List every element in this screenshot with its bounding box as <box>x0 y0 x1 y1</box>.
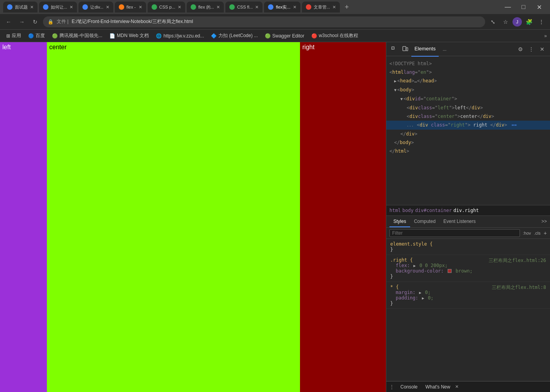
style-rule-star: * { 三栏布局之flex.html:8 margin: ▶ 0; paddin… <box>386 282 550 309</box>
tab-3[interactable]: 让div... ✕ <box>79 2 113 12</box>
tab-event-listeners[interactable]: Event Listeners <box>439 216 480 227</box>
tree-line-body[interactable]: ▼ <body> <box>386 86 550 94</box>
tree-line-center[interactable]: <div class="center"> center </div> <box>386 112 550 121</box>
globe-icon: 🌐 <box>156 33 162 39</box>
new-tab-button[interactable]: + <box>341 2 352 12</box>
tab-close-5[interactable]: ✕ <box>178 5 181 10</box>
tab-styles[interactable]: Styles <box>389 216 410 227</box>
forward-button[interactable]: → <box>16 16 27 27</box>
tab-close-4[interactable]: ✕ <box>139 5 142 10</box>
left-text: left <box>2 44 11 50</box>
tencent-icon: 🟢 <box>52 33 58 39</box>
tab-5[interactable]: CSS p... ✕ <box>148 2 185 12</box>
bc-right[interactable]: div.right <box>454 208 479 213</box>
tab-computed[interactable]: Computed <box>410 216 439 227</box>
more-menu-icon[interactable]: ⋮ <box>536 16 547 27</box>
tab-close-2[interactable]: ✕ <box>70 5 73 10</box>
tab-4[interactable]: flex - ✕ <box>115 2 146 12</box>
inspect-element-icon[interactable] <box>389 45 399 54</box>
tab-close-7[interactable]: ✕ <box>255 5 259 10</box>
bookmarks-more-icon[interactable]: » <box>544 33 547 39</box>
head-toggle[interactable]: ▶ <box>394 77 396 85</box>
tab-close-1[interactable]: ✕ <box>30 5 34 10</box>
tab-close-3[interactable]: ✕ <box>106 5 109 10</box>
tab-2[interactable]: 如何让... ✕ <box>39 2 77 12</box>
tree-line-html[interactable]: <html lang="en" > <box>386 68 550 77</box>
tab-1[interactable]: 面试题 ✕ <box>3 2 38 12</box>
right-text: right <box>302 44 314 50</box>
bc-body[interactable]: body <box>402 208 414 213</box>
bookmark-w3school[interactable]: 🔴 w3school 在线教程 <box>308 32 361 40</box>
bookmark-jw[interactable]: 🌐 https://jw.v.zzu.ed... <box>153 32 207 39</box>
rule-star-source[interactable]: 三栏布局之flex.html:8 <box>492 284 546 291</box>
url-prefix: 文件 | <box>57 18 68 25</box>
elements-tab[interactable]: Elements <box>411 42 439 57</box>
devtools-close-icon[interactable]: ✕ <box>538 45 547 54</box>
reload-button[interactable]: ↻ <box>30 16 41 27</box>
filter-hov-button[interactable]: :hov <box>523 231 531 235</box>
add-style-rule-button[interactable]: + <box>544 230 547 236</box>
tab-close-8[interactable]: ✕ <box>293 5 296 10</box>
devtools-more-tabs[interactable]: ... <box>440 46 449 52</box>
minimize-button[interactable]: — <box>500 0 516 14</box>
tab-close-6[interactable]: ✕ <box>216 5 220 10</box>
tree-line-container[interactable]: ▼ <div id="container"> <box>386 94 550 103</box>
more-style-tabs[interactable]: >> <box>541 219 547 224</box>
console-tab[interactable]: Console <box>397 381 421 392</box>
bc-container[interactable]: div#container <box>415 208 452 213</box>
maximize-button[interactable]: □ <box>516 0 531 14</box>
bookmark-label-leetcode: 力扣 (LeetCode) ... <box>218 32 258 39</box>
style-rule-right: .right { 三栏布局之flex.html:26 flex: ▶ 0 0 2… <box>386 255 550 282</box>
back-button[interactable]: ← <box>3 16 14 27</box>
rule-right-source[interactable]: 三栏布局之flex.html:26 <box>489 257 546 264</box>
bookmark-swagger[interactable]: 🟢 Swagger Editor <box>262 32 307 39</box>
bookmark-star-icon[interactable]: ☆ <box>500 16 511 27</box>
profile-icon[interactable]: J <box>512 17 522 27</box>
whats-new-close[interactable]: ✕ <box>455 384 459 389</box>
svg-rect-0 <box>392 47 394 49</box>
toolbar-right: ⤡ ☆ J 🧩 ⋮ <box>488 16 547 27</box>
flex-expand-arrow[interactable]: ▶ <box>413 264 416 268</box>
bc-html[interactable]: html <box>389 208 401 213</box>
bookmark-tencent[interactable]: 🟢 腾讯视频-中国领先... <box>49 32 105 40</box>
console-menu-icon[interactable]: ⋮ <box>389 384 394 390</box>
color-swatch-brown[interactable] <box>448 269 452 273</box>
translate-icon[interactable]: ⤡ <box>488 16 498 27</box>
bookmark-leetcode[interactable]: 🔷 力扣 (LeetCode) ... <box>208 32 261 40</box>
bookmark-label-w3school: w3school 在线教程 <box>319 32 358 39</box>
tab-label-6: flex 的... <box>198 4 214 10</box>
close-button[interactable]: ✕ <box>531 0 547 14</box>
rule-right-header: .right { 三栏布局之flex.html:26 <box>390 257 546 263</box>
style-filter-input[interactable] <box>389 229 520 237</box>
body-toggle[interactable]: ▼ <box>394 86 396 94</box>
tab-icon-7 <box>229 4 235 10</box>
tab-7[interactable]: CSS fl... ✕ <box>225 2 262 12</box>
bookmarks-bar: ⊞ 应用 🔵 百度 🟢 腾讯视频-中国领先... 📄 MDN Web 文档 🌐 … <box>0 30 550 42</box>
url-bar[interactable]: 🔒 文件 | E:/笔记/Front-End-Interview-Noteboo… <box>43 16 485 27</box>
tree-line-right[interactable]: ... <div class="right"> right </div> == <box>386 121 550 130</box>
devtools-more-menu-icon[interactable]: ⋮ <box>527 45 536 54</box>
rule-right-close: } <box>390 274 546 279</box>
rule-element-close: } <box>390 247 546 252</box>
tab-icon-4 <box>119 4 124 10</box>
tab-label-5: CSS p... <box>159 5 175 9</box>
margin-expand-arrow[interactable]: ▶ <box>419 290 421 295</box>
tree-line-left[interactable]: <div class="left"> left </div> <box>386 103 550 112</box>
tab-9[interactable]: 文章管... ✕ <box>302 2 340 12</box>
bookmark-apps[interactable]: ⊞ 应用 <box>3 32 24 40</box>
tab-6[interactable]: flex 的... ✕ <box>187 2 224 12</box>
bookmark-mdn[interactable]: 📄 MDN Web 文档 <box>106 32 152 40</box>
padding-expand-arrow[interactable]: ▶ <box>422 296 424 300</box>
tree-line-head[interactable]: ▶ <head> … </head> <box>386 77 550 86</box>
device-toolbar-icon[interactable] <box>400 45 410 54</box>
webpage-viewport: left center right <box>0 42 386 392</box>
bookmark-baidu[interactable]: 🔵 百度 <box>25 32 48 40</box>
extensions-icon[interactable]: 🧩 <box>523 16 534 27</box>
tab-8[interactable]: flex实... ✕ <box>264 2 300 12</box>
equals-equals: == <box>512 123 517 128</box>
tab-close-9[interactable]: ✕ <box>332 5 336 10</box>
filter-cls-button[interactable]: .cls <box>534 231 541 235</box>
container-toggle[interactable]: ▼ <box>400 95 403 103</box>
whats-new-tab[interactable]: What's New <box>422 381 454 392</box>
devtools-settings-icon[interactable]: ⚙ <box>516 45 525 54</box>
